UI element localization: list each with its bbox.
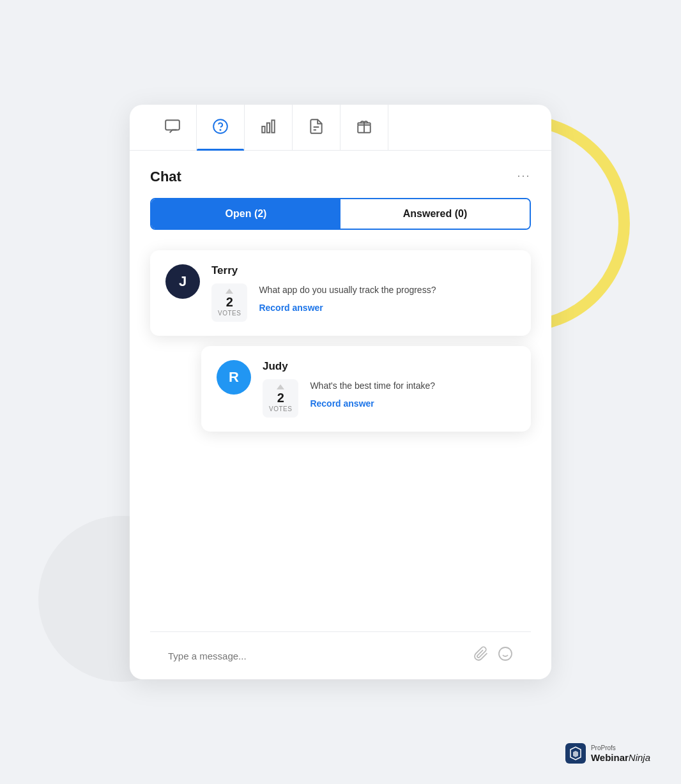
proprofs-logo-icon [565,743,586,764]
svg-point-2 [220,129,220,130]
content-area: Chat ⋮ Open (2) Answered (0) J Terry 2 V… [130,151,551,679]
svg-point-9 [499,647,512,660]
more-options-icon[interactable]: ⋮ [516,170,532,184]
tab-question[interactable] [197,105,245,151]
vote-up-arrow-1[interactable] [226,289,233,294]
tab-bar [130,105,551,151]
emoji-icon[interactable] [498,646,513,665]
brand-label: ProProfs WebinarNinja [591,744,650,763]
poll-icon [260,118,277,137]
votes-col-1: 2 VOTES [211,283,247,322]
votes-count-2: 2 [277,391,284,404]
tab-chat[interactable] [149,105,197,151]
main-card: Chat ⋮ Open (2) Answered (0) J Terry 2 V… [130,105,551,679]
votes-count-1: 2 [226,296,233,308]
question-name-2: Judy [263,360,516,373]
tab-poll[interactable] [245,105,293,151]
section-title: Chat [150,169,181,185]
chat-icon [164,118,181,137]
record-answer-link-1[interactable]: Record answer [259,303,323,313]
votes-col-2: 2 VOTES [263,379,298,418]
svg-point-1 [213,119,227,133]
brand-prefix: ProProfs [591,744,650,752]
attachment-icon[interactable] [473,646,489,665]
question-card-2: R Judy 2 VOTES What's the best time for … [201,346,531,432]
open-tab-button[interactable]: Open (2) [151,199,340,229]
question-icon [212,118,229,137]
tab-gift[interactable] [340,105,388,151]
question-card-1: J Terry 2 VOTES What app do you usually … [150,250,531,336]
question-meta-1: 2 VOTES What app do you usually track th… [211,283,516,322]
svg-marker-14 [573,751,578,757]
notes-icon [308,118,325,137]
question-text-2: What's the best time for intake? [310,379,516,393]
answered-tab-button[interactable]: Answered (0) [340,199,530,229]
svg-rect-0 [165,120,180,130]
svg-rect-4 [267,123,270,132]
question-meta-2: 2 VOTES What's the best time for intake?… [263,379,516,418]
vote-up-arrow-2[interactable] [277,384,284,389]
votes-label-1: VOTES [218,310,241,317]
question-text-col-1: What app do you usually track the progre… [259,283,516,313]
avatar-judy: R [217,360,251,395]
question-text-1: What app do you usually track the progre… [259,283,516,297]
votes-label-2: VOTES [269,405,292,412]
questions-list: J Terry 2 VOTES What app do you usually … [150,250,531,606]
card-body-1: Terry 2 VOTES What app do you usually tr… [211,264,516,322]
question-name-1: Terry [211,264,516,277]
header-row: Chat ⋮ [150,169,531,185]
tab-notes[interactable] [293,105,340,151]
gift-icon [356,118,372,137]
avatar-terry: J [165,264,200,299]
record-answer-link-2[interactable]: Record answer [310,398,374,409]
toggle-row: Open (2) Answered (0) [150,198,531,230]
message-input[interactable] [168,651,464,661]
svg-rect-3 [262,126,264,133]
card-body-2: Judy 2 VOTES What's the best time for in… [263,360,516,418]
branding: ProProfs WebinarNinja [565,743,650,764]
svg-rect-5 [272,120,274,133]
brand-name: WebinarNinja [591,752,650,763]
question-text-col-2: What's the best time for intake? Record … [310,379,516,409]
message-area [150,631,531,679]
